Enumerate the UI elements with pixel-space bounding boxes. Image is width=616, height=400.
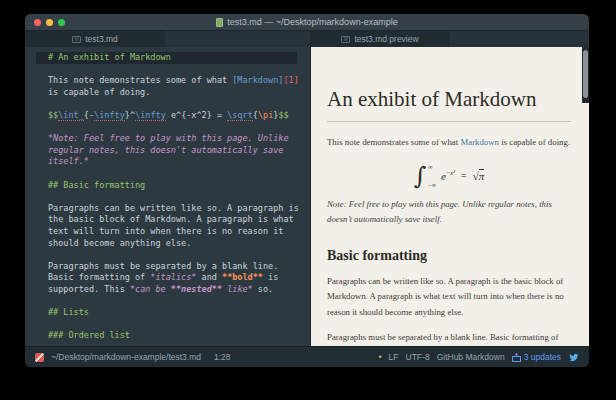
editor-line[interactable]	[25, 319, 310, 331]
status-dot: •	[378, 352, 381, 362]
markdown-file-icon	[216, 18, 223, 27]
updates-button[interactable]: 3 updates	[512, 352, 561, 362]
preview-paragraph-3: Paragraphs must be separated by a blank …	[327, 330, 571, 346]
preview-paragraph-1: This note demonstrates some of what Mark…	[327, 135, 571, 151]
editor-line[interactable]	[25, 191, 310, 203]
math-sqrt: √π	[473, 170, 485, 182]
close-button[interactable]	[34, 19, 41, 26]
tab-label: test3.md preview	[354, 34, 418, 44]
editor-line[interactable]: # An exhibit of Markdown	[36, 52, 297, 64]
file-path[interactable]: ~/Desktop/markdown-example/test3.md	[51, 352, 201, 362]
editor-line[interactable]: should become anything else.	[25, 238, 310, 250]
editor-line[interactable]: supported. This *can be **nested** like*…	[25, 284, 310, 296]
editor-line[interactable]: Paragraphs can be written like so. A par…	[25, 203, 310, 215]
editor-line[interactable]	[25, 168, 310, 180]
preview-content: An exhibit of Markdown This note demonst…	[311, 47, 589, 346]
cursor-position[interactable]: 1:28	[214, 352, 231, 362]
main-area: # An exhibit of Markdown This note demon…	[25, 47, 589, 346]
preview-note: Note: Feel free to play with this page. …	[327, 197, 571, 228]
window-title-text: test3.md — ~/Desktop/markdown-example	[227, 17, 397, 27]
editor-line[interactable]: the basic block of Markdown. A paragraph…	[25, 214, 310, 226]
editor-line[interactable]: regular notes, this doesn't automaticall…	[25, 145, 310, 157]
editor-line[interactable]: Paragraphs must be separated by a blank …	[25, 261, 310, 273]
minimize-button[interactable]	[46, 19, 53, 26]
editor-line[interactable]	[25, 98, 310, 110]
tab-test3-md-preview[interactable]: M test3.md preview	[310, 31, 450, 47]
editor-line[interactable]	[25, 249, 310, 261]
app-window: test3.md — ~/Desktop/markdown-example M …	[25, 14, 589, 367]
editor-line[interactable]: *Note: Feel free to play with this page.…	[25, 133, 310, 145]
heading-rule	[327, 121, 571, 122]
twitter-bird-icon[interactable]	[568, 352, 579, 362]
markdown-tab-icon: M	[341, 36, 350, 43]
line-ending-indicator[interactable]: LF	[389, 352, 399, 362]
title-bar: test3.md — ~/Desktop/markdown-example	[25, 14, 589, 31]
editor-lines: # An exhibit of Markdown This note demon…	[25, 52, 310, 342]
tab-test3-md[interactable]: M test3.md	[25, 31, 165, 47]
tab-label: test3.md	[85, 34, 118, 44]
git-modified-file-icon	[35, 353, 44, 362]
preview-paragraph-2: Paragraphs can be written like so. A par…	[327, 274, 571, 321]
editor-line[interactable]: Basic formatting of *italics* and **bold…	[25, 272, 310, 284]
editor-line[interactable]: This note demonstrates some of what [Mar…	[25, 75, 310, 87]
editor-line[interactable]	[25, 64, 310, 76]
integral-limits: ∞ −∞	[428, 163, 436, 189]
zoom-button[interactable]	[58, 19, 65, 26]
status-bar: ~/Desktop/markdown-example/test3.md 1:28…	[25, 346, 589, 367]
grammar-indicator[interactable]: GitHub Markdown	[437, 352, 505, 362]
editor-line[interactable]: is capable of doing.	[25, 87, 310, 99]
markdown-preview-pane: An exhibit of Markdown This note demonst…	[310, 47, 589, 346]
math-formula: ∫ ∞ −∞ e−x² = √π	[327, 163, 571, 189]
tab-bar-empty-right	[450, 31, 589, 47]
updates-label: 3 updates	[524, 352, 561, 362]
tab-bar-empty-left	[165, 31, 310, 47]
editor-line[interactable]: itself.*	[25, 156, 310, 168]
integral-sign: ∫	[414, 163, 427, 189]
editor-line[interactable]: ## Basic formatting	[25, 180, 310, 192]
editor-line[interactable]: $$\int_{-\infty}^\infty e^{-x^2} = \sqrt…	[25, 110, 310, 122]
markdown-tab-icon: M	[72, 36, 81, 43]
window-title: test3.md — ~/Desktop/markdown-example	[216, 17, 397, 27]
math-equals: =	[461, 170, 467, 181]
markdown-link[interactable]: Markdown	[460, 137, 499, 147]
tab-bar: M test3.md M test3.md preview	[25, 31, 589, 47]
editor-line[interactable]: text will turn into when there is no rea…	[25, 226, 310, 238]
math-e: e−x²	[441, 169, 455, 182]
editor-line[interactable]: ## Lists	[25, 307, 310, 319]
editor-line[interactable]: ### Ordered list	[25, 330, 310, 342]
package-update-icon	[512, 353, 521, 362]
encoding-indicator[interactable]: UTF-8	[406, 352, 430, 362]
markdown-editor-pane[interactable]: # An exhibit of Markdown This note demon…	[25, 47, 310, 346]
preview-scrollbar-thumb[interactable]	[583, 50, 588, 98]
preview-h2: Basic formatting	[327, 248, 571, 264]
editor-line[interactable]	[25, 122, 310, 134]
traffic-lights	[34, 19, 65, 26]
preview-h1: An exhibit of Markdown	[327, 87, 571, 112]
editor-line[interactable]	[25, 295, 310, 307]
